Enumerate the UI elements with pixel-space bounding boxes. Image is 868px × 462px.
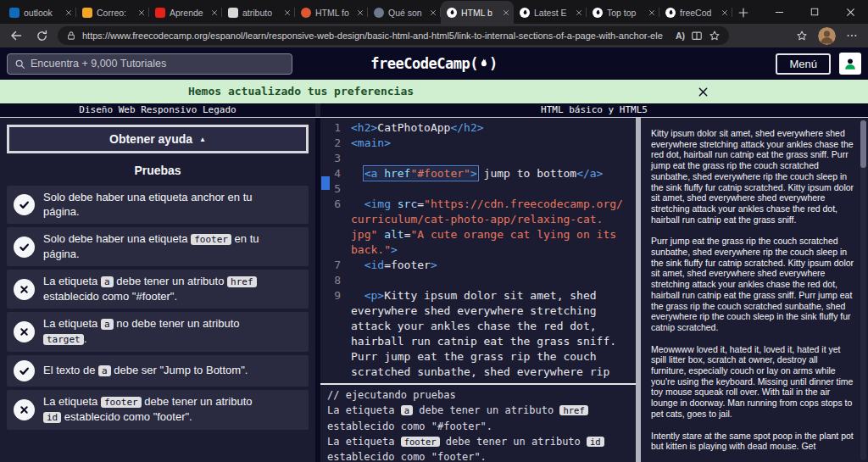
inline-code: target <box>43 334 84 345</box>
menu-button[interactable]: Menú <box>776 53 831 75</box>
back-button[interactable] <box>7 26 25 45</box>
close-window-button[interactable] <box>832 0 868 24</box>
browser-tab[interactable]: Top top <box>587 1 659 24</box>
main-content: Obtener ayuda ▲ Pruebas Solo debe haber … <box>0 118 868 462</box>
preview-paragraph: Intently stare at the same spot poop in … <box>651 431 854 452</box>
browser-tab[interactable]: outlook <box>3 1 76 24</box>
test-fail-icon <box>14 321 35 342</box>
browser-tab[interactable]: HTML fo <box>295 1 368 24</box>
browser-tab[interactable]: Aprende <box>149 1 222 24</box>
test-fail-icon <box>14 399 35 420</box>
code-line: jpg" alt="A cute orange cat lying on its <box>320 227 636 242</box>
tab-close-icon[interactable] <box>65 9 72 16</box>
tab-close-icon[interactable] <box>357 9 364 16</box>
tests-title: Pruebas <box>0 164 315 177</box>
refresh-button[interactable] <box>32 26 51 45</box>
window-controls <box>761 0 868 24</box>
tab-close-icon[interactable] <box>138 9 145 16</box>
get-help-button[interactable]: Obtener ayuda ▲ <box>7 125 309 153</box>
new-tab-button[interactable] <box>732 2 754 24</box>
breadcrumb-lesson: HTML básico y HTML5 <box>320 103 868 117</box>
code-line: back."> <box>320 242 636 258</box>
freecodecamp-favicon <box>665 8 676 18</box>
code-line: 6 <img src="https://cdn.freecodecamp.org… <box>320 197 636 212</box>
tab-close-icon[interactable] <box>576 9 582 16</box>
code-line: everywhere shed everywhere stretching <box>320 303 636 319</box>
fcc-flame-icon <box>479 57 488 70</box>
instructions-panel: Obtener ayuda ▲ Pruebas Solo debe haber … <box>0 118 315 462</box>
code-line: scratched sunbathe, shed everywhere rip <box>320 365 636 380</box>
logo-paren-close: ) <box>489 55 498 72</box>
add-favorite-star-icon[interactable] <box>709 30 721 42</box>
preview-paragraph: Meowwww loved it, hated it, loved it, ha… <box>651 344 854 420</box>
line-number <box>320 319 351 334</box>
profile-avatar[interactable] <box>818 27 836 45</box>
browser-menu-icon[interactable] <box>846 30 858 42</box>
split-screen-icon[interactable] <box>691 30 703 42</box>
tab-close-icon[interactable] <box>721 9 728 16</box>
test-result-item: La etiqueta a no debe tener un atributo … <box>7 312 309 352</box>
browser-tab[interactable]: Qué son <box>368 1 441 24</box>
fcc-header: freeCodeCamp() Menú <box>0 47 868 80</box>
console-message: La etiqueta footer debe tener un atribut… <box>327 434 629 462</box>
preview-paragraph: Purr jump eat the grass rip the couch sc… <box>651 236 854 332</box>
line-number <box>320 349 351 365</box>
browser-tab[interactable]: Correo: <box>76 1 149 24</box>
code-line: 4 <a href"#footer"> jump to bottom</a> <box>320 166 636 181</box>
test-output-console: // ejecutando pruebasLa etiqueta a debe … <box>320 383 636 462</box>
tab-close-icon[interactable] <box>211 9 218 16</box>
inline-code: id <box>43 412 61 423</box>
code-line: 5 <box>320 181 636 197</box>
test-description: Solo debe haber una etiqueta anchor en t… <box>43 191 261 219</box>
line-number: 6 <box>320 197 351 212</box>
code-editor[interactable]: 1<h2>CatPhotoApp</h2>2<main>34 <a href"#… <box>320 118 636 383</box>
preview-panel: Kitty ipsum dolor sit amet, shed everywh… <box>641 118 868 462</box>
line-number <box>320 365 351 380</box>
test-description: La etiqueta a debe tener un atributo hre… <box>43 275 261 303</box>
chevron-up-icon: ▲ <box>199 136 206 143</box>
preview-scrollbar[interactable] <box>860 120 866 460</box>
inline-code: footer <box>101 397 142 408</box>
maximize-button[interactable] <box>797 0 832 24</box>
browser-tab[interactable]: Latest E <box>514 1 587 24</box>
search-input[interactable] <box>31 58 285 70</box>
flash-close-button[interactable] <box>695 84 710 99</box>
browser-tab[interactable]: HTML b <box>441 1 514 24</box>
favorites-icon[interactable] <box>796 30 808 42</box>
tab-close-icon[interactable] <box>648 9 655 16</box>
line-number: 2 <box>320 136 351 151</box>
minimize-button[interactable] <box>761 0 797 24</box>
tab-close-icon[interactable] <box>430 9 437 16</box>
tab-close-icon[interactable] <box>503 9 509 16</box>
outlook-favicon <box>9 8 19 18</box>
line-number <box>320 242 351 258</box>
tab-title: Correo: <box>97 8 134 18</box>
test-pass-icon <box>14 360 35 381</box>
browser-nav-bar: https://www.freecodecamp.org/espanol/lea… <box>0 24 868 47</box>
logo-paren-open: ( <box>470 55 478 72</box>
fcc-logo[interactable]: freeCodeCamp() <box>370 55 497 72</box>
code-line: Purr jump eat the grass rip the couch <box>320 349 636 365</box>
user-icon <box>843 56 858 71</box>
browser-tab-bar: outlookCorreo:AprendeatributoHTML foQué … <box>0 0 868 24</box>
tab-close-icon[interactable] <box>284 9 291 16</box>
freecodecamp-favicon <box>520 8 530 18</box>
fcc-logo-text: freeCodeCamp <box>370 55 470 72</box>
breadcrumb-course[interactable]: Diseño Web Responsivo Legado <box>0 103 315 117</box>
address-bar[interactable]: https://www.freecodecamp.org/espanol/lea… <box>58 26 729 45</box>
test-list: Solo debe haber una etiqueta anchor en t… <box>0 186 315 430</box>
tab-title: Qué son <box>388 8 426 18</box>
console-message: La etiqueta a debe tener un atributo hre… <box>327 403 629 434</box>
code-line: curriculum/cat-photo-app/relaxing-cat. <box>320 212 636 227</box>
read-aloud-icon[interactable]: A) <box>676 31 685 41</box>
test-result-item: La etiqueta a debe tener un atributo hre… <box>7 270 309 309</box>
sign-in-button[interactable] <box>839 53 861 75</box>
preview-scrollbar-thumb[interactable] <box>860 120 866 168</box>
browser-tab[interactable]: freeCod <box>659 1 732 24</box>
browser-tab[interactable]: atributo <box>222 1 295 24</box>
test-pass-icon <box>14 237 35 258</box>
code-line: attack your ankles chase the red dot, <box>320 319 636 334</box>
code-line: 3 <box>320 151 636 166</box>
test-result-item: El texto de a debe ser "Jump to Bottom". <box>7 355 309 387</box>
inline-code: a <box>401 405 413 415</box>
